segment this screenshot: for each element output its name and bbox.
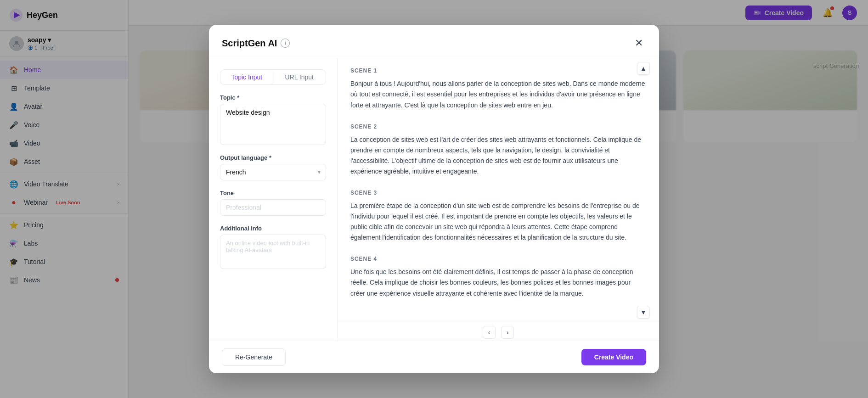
tone-form-group: Tone — [220, 190, 326, 216]
tab-url-input[interactable]: URL Input — [273, 70, 326, 84]
additional-info-textarea[interactable] — [220, 235, 326, 269]
scene-2-label: SCENE 2 — [350, 123, 646, 130]
modal-footer: Re-Generate Create Video — [209, 341, 659, 373]
modal-right-panel: SCENE 1 Bonjour à tous ! Aujourd'hui, no… — [338, 58, 659, 340]
language-label: Output language * — [220, 154, 326, 161]
scroll-up-button[interactable]: ▲ — [637, 62, 650, 75]
topic-label: Topic * — [220, 94, 326, 101]
scene-4-text: Une fois que les besoins ont été clairem… — [350, 267, 646, 298]
tone-input[interactable] — [220, 199, 326, 216]
additional-info-form-group: Additional info — [220, 225, 326, 269]
tab-switcher: Topic Input URL Input — [220, 69, 326, 85]
create-video-modal-button[interactable]: Create Video — [581, 349, 646, 365]
additional-info-label: Additional info — [220, 225, 326, 232]
scene-next-button[interactable]: › — [501, 326, 514, 339]
scene-block-4: SCENE 4 Une fois que les besoins ont été… — [350, 256, 646, 298]
scene-prev-button[interactable]: ‹ — [483, 326, 496, 339]
modal-close-button[interactable]: ✕ — [631, 36, 646, 50]
scene-block-1: SCENE 1 Bonjour à tous ! Aujourd'hui, no… — [350, 67, 646, 110]
language-form-group: Output language * French English Spanish… — [220, 154, 326, 180]
modal-left-panel: Topic Input URL Input Topic * Website de… — [209, 58, 338, 340]
scene-1-label: SCENE 1 — [350, 67, 646, 74]
script-scroll-area[interactable]: SCENE 1 Bonjour à tous ! Aujourd'hui, no… — [338, 58, 659, 320]
info-icon[interactable]: i — [281, 39, 290, 48]
modal-overlay: ScriptGen AI i ✕ Topic Input URL Input T… — [129, 0, 868, 398]
scene-navigation: ‹ › — [338, 321, 659, 341]
language-select[interactable]: French English Spanish German Japanese C… — [220, 164, 326, 180]
scene-4-label: SCENE 4 — [350, 256, 646, 262]
language-select-wrapper: French English Spanish German Japanese C… — [220, 164, 326, 180]
scene-block-3: SCENE 3 La première étape de la concepti… — [350, 190, 646, 243]
regenerate-button[interactable]: Re-Generate — [222, 348, 286, 366]
modal-body: Topic Input URL Input Topic * Website de… — [209, 58, 659, 340]
scene-3-text: La première étape de la conception d'un … — [350, 201, 646, 243]
tone-label: Tone — [220, 190, 326, 196]
main-content: Create Video 🔔 S script Generation — [129, 0, 868, 398]
scriptgen-modal: ScriptGen AI i ✕ Topic Input URL Input T… — [209, 25, 659, 373]
scene-3-label: SCENE 3 — [350, 190, 646, 196]
scene-block-2: SCENE 2 La conception de sites web est l… — [350, 123, 646, 177]
scene-2-text: La conception de sites web est l'art de … — [350, 135, 646, 177]
scroll-down-button[interactable]: ▼ — [637, 306, 650, 319]
topic-form-group: Topic * Website design — [220, 94, 326, 145]
modal-header: ScriptGen AI i ✕ — [209, 25, 659, 58]
scene-1-text: Bonjour à tous ! Aujourd'hui, nous allon… — [350, 78, 646, 110]
modal-title: ScriptGen AI i — [222, 38, 290, 49]
tab-topic-input[interactable]: Topic Input — [220, 70, 273, 84]
topic-textarea[interactable]: Website design — [220, 104, 326, 145]
